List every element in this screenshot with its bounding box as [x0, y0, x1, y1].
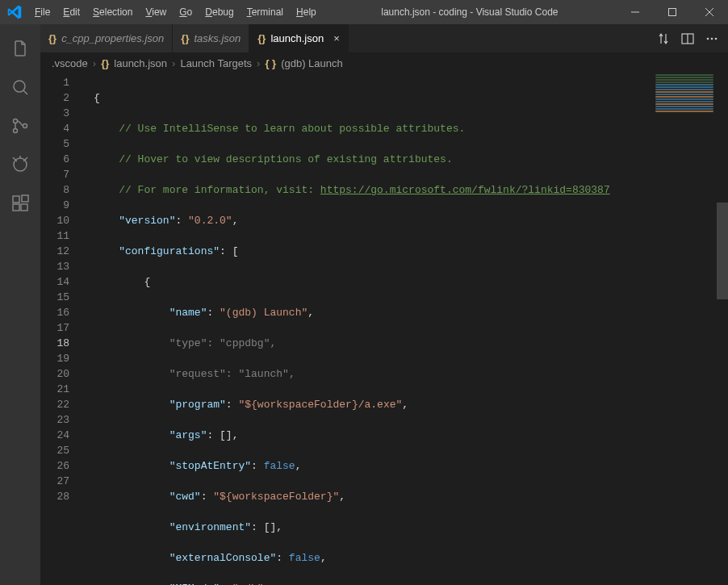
main-area: 1 {} c_cpp_properties.json {} tasks.json…: [0, 24, 728, 585]
svg-rect-1: [669, 9, 676, 16]
line-number-gutter: 1234 5678 9101112 13141516 17181920 2122…: [40, 73, 81, 585]
svg-rect-16: [22, 195, 28, 202]
menu-debug[interactable]: Debug: [199, 0, 240, 24]
tab-c-cpp-properties[interactable]: {} c_cpp_properties.json: [40, 24, 173, 52]
extensions-icon[interactable]: [0, 184, 40, 223]
tab-actions: [647, 24, 728, 52]
close-button[interactable]: [691, 0, 728, 24]
minimap[interactable]: [652, 73, 717, 170]
source-control-icon[interactable]: [0, 107, 40, 145]
json-icon: {}: [181, 32, 189, 44]
compare-changes-icon[interactable]: [657, 32, 670, 45]
vertical-scrollbar[interactable]: [717, 73, 728, 585]
svg-rect-14: [13, 204, 19, 211]
tab-launch-json[interactable]: {} launch.json ×: [249, 24, 349, 52]
scrollbar-thumb[interactable]: [717, 203, 728, 299]
editor-area: {} c_cpp_properties.json {} tasks.json {…: [40, 24, 728, 585]
menu-edit[interactable]: Edit: [56, 0, 86, 24]
debug-icon[interactable]: [0, 145, 40, 184]
chevron-right-icon: ›: [93, 57, 96, 69]
activity-bar: 1: [0, 24, 40, 585]
svg-point-4: [14, 81, 25, 92]
svg-line-5: [23, 90, 27, 94]
menubar: File Edit Selection View Go Debug Termin…: [28, 0, 323, 24]
menu-help[interactable]: Help: [290, 0, 323, 24]
breadcrumb-folder[interactable]: .vscode: [52, 57, 88, 69]
chevron-right-icon: ›: [172, 57, 175, 69]
search-icon[interactable]: [0, 68, 40, 107]
split-editor-icon[interactable]: [681, 32, 694, 45]
minimize-button[interactable]: [617, 0, 654, 24]
svg-point-22: [715, 37, 718, 40]
tab-tasks-json[interactable]: {} tasks.json: [173, 24, 249, 52]
json-icon: {}: [101, 57, 109, 69]
breadcrumb-section[interactable]: Launch Targets: [180, 57, 252, 69]
code-content[interactable]: { // Use IntelliSense to learn about pos…: [81, 73, 728, 585]
json-icon: {}: [48, 32, 56, 44]
maximize-button[interactable]: [654, 0, 691, 24]
window-controls: [617, 0, 728, 24]
tab-label: launch.json: [270, 32, 324, 44]
menu-terminal[interactable]: Terminal: [241, 0, 290, 24]
svg-point-6: [14, 119, 18, 123]
breadcrumb-file[interactable]: launch.json: [114, 57, 167, 69]
chevron-right-icon: ›: [257, 57, 260, 69]
svg-point-21: [711, 37, 713, 40]
json-icon: {}: [257, 32, 266, 44]
svg-rect-13: [13, 196, 19, 203]
svg-rect-15: [21, 204, 27, 211]
menu-go[interactable]: Go: [173, 0, 199, 24]
more-actions-icon[interactable]: [705, 32, 718, 45]
explorer-icon[interactable]: [0, 29, 40, 68]
menu-selection[interactable]: Selection: [86, 0, 139, 24]
menu-view[interactable]: View: [139, 0, 173, 24]
tab-label: tasks.json: [194, 32, 241, 44]
menu-file[interactable]: File: [28, 0, 56, 24]
breadcrumb-target[interactable]: (gdb) Launch: [281, 57, 343, 69]
window-title: launch.json - coding - Visual Studio Cod…: [323, 6, 617, 18]
code-editor[interactable]: 1234 5678 9101112 13141516 17181920 2122…: [40, 73, 728, 585]
svg-point-7: [14, 129, 18, 133]
svg-point-8: [23, 124, 27, 128]
editor-tabs: {} c_cpp_properties.json {} tasks.json {…: [40, 24, 728, 52]
close-tab-icon[interactable]: ×: [333, 32, 340, 44]
tab-label: c_cpp_properties.json: [61, 32, 164, 44]
breadcrumbs[interactable]: .vscode › {} launch.json › Launch Target…: [40, 52, 728, 73]
svg-point-20: [707, 37, 709, 40]
vscode-logo-icon: [0, 5, 28, 19]
titlebar: File Edit Selection View Go Debug Termin…: [0, 0, 728, 24]
json-icon: { }: [265, 57, 276, 69]
